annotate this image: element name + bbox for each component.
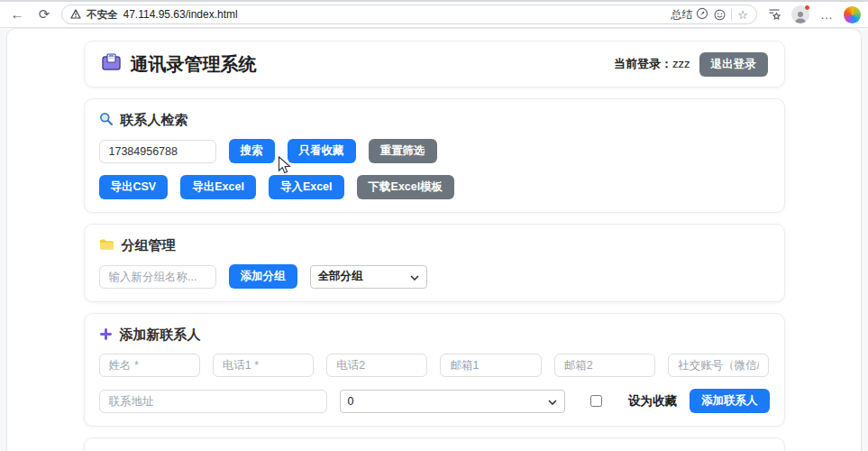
login-area: 当前登录：zzz 退出登录 <box>614 52 768 77</box>
current-login-text: 当前登录：zzz <box>614 56 690 72</box>
page-title: 通讯录管理系统 <box>131 52 257 77</box>
add-contact-button[interactable]: 添加联系人 <box>690 389 770 413</box>
email2-field[interactable] <box>554 354 655 377</box>
login-label: 当前登录： <box>614 57 672 70</box>
app-header-card: 通讯录管理系统 当前登录：zzz 退出登录 <box>84 41 785 87</box>
browser-toolbar: ← ⟳ 不安全 47.114.95.63/index.html 总结 <box>0 2 868 28</box>
search-icon <box>99 112 114 129</box>
app-title-row: 通讯录管理系统 <box>101 51 257 77</box>
chevron-down-icon <box>548 395 557 408</box>
web-page: 通讯录管理系统 当前登录：zzz 退出登录 联系人检索 搜索 只看收藏 重置筛选… <box>6 28 862 451</box>
add-group-button[interactable]: 添加分组 <box>229 264 297 289</box>
contact-submit-row: 0 设为收藏 添加联系人 <box>99 389 770 413</box>
phone2-field[interactable] <box>326 354 427 377</box>
name-field[interactable] <box>99 354 200 377</box>
group-filter-select[interactable]: 全部分组 <box>310 265 427 289</box>
back-button[interactable]: ← <box>7 5 27 24</box>
summarize-icon <box>696 7 708 23</box>
new-group-input[interactable] <box>99 265 216 289</box>
search-row: 搜索 只看收藏 重置筛选 <box>99 139 770 163</box>
chevron-down-icon <box>410 271 419 283</box>
contact-group-select[interactable]: 0 <box>340 390 565 413</box>
copilot-icon[interactable] <box>844 6 861 23</box>
login-username: zzz <box>672 57 690 70</box>
collections-icon[interactable] <box>764 5 784 24</box>
more-menu-button[interactable]: … <box>817 5 836 24</box>
group-section-heading: 分组管理 <box>99 237 770 254</box>
search-button[interactable]: 搜索 <box>229 139 275 163</box>
card-index-icon <box>101 51 122 77</box>
notification-dot <box>804 5 810 11</box>
add-contact-heading-label: 添加新联系人 <box>120 327 201 344</box>
refresh-button[interactable]: ⟳ <box>34 5 54 24</box>
contact-group-value: 0 <box>348 395 354 408</box>
plus-icon <box>99 327 113 344</box>
reset-filter-button[interactable]: 重置筛选 <box>369 139 437 163</box>
contact-search-card: 联系人检索 搜索 只看收藏 重置筛选 导出CSV 导出Excel 导入Excel… <box>84 98 785 213</box>
group-management-card: 分组管理 添加分组 全部分组 <box>84 224 785 302</box>
add-contact-card: 添加新联系人 0 设为收藏 添加联系人 <box>84 313 785 427</box>
security-warning-icon <box>70 6 81 23</box>
feedback-smiley-icon[interactable] <box>714 9 726 21</box>
group-heading-label: 分组管理 <box>122 237 176 254</box>
main-content: 通讯录管理系统 当前登录：zzz 退出登录 联系人检索 搜索 只看收藏 重置筛选… <box>84 29 785 451</box>
logout-button[interactable]: 退出登录 <box>699 52 768 77</box>
export-excel-button[interactable]: 导出Excel <box>180 175 256 199</box>
social-account-field[interactable] <box>668 354 769 377</box>
summarize-extension-button[interactable]: 总结 <box>671 7 708 23</box>
pill-separator <box>731 9 732 21</box>
browser-viewport: 通讯录管理系统 当前登录：zzz 退出登录 联系人检索 搜索 只看收藏 重置筛选… <box>0 28 868 451</box>
search-input[interactable] <box>99 140 216 163</box>
favorite-label: 设为收藏 <box>628 393 677 410</box>
security-label[interactable]: 不安全 <box>87 8 118 22</box>
email1-field[interactable] <box>440 354 541 377</box>
add-contact-heading: 添加新联系人 <box>99 327 770 344</box>
group-row: 添加分组 全部分组 <box>99 264 770 289</box>
phone1-field[interactable] <box>213 354 314 377</box>
import-export-row: 导出CSV 导出Excel 导入Excel 下载Excel模板 <box>99 175 770 199</box>
import-excel-button[interactable]: 导入Excel <box>269 175 344 199</box>
search-section-heading: 联系人检索 <box>99 112 770 129</box>
summarize-label: 总结 <box>671 7 692 23</box>
address-field[interactable] <box>99 390 327 413</box>
profile-avatar[interactable] <box>791 5 809 23</box>
address-bar[interactable]: 不安全 47.114.95.63/index.html 总结 ☆ <box>61 5 757 24</box>
favorites-only-button[interactable]: 只看收藏 <box>288 139 356 163</box>
group-filter-value: 全部分组 <box>318 269 363 284</box>
folder-icon <box>99 238 114 253</box>
export-csv-button[interactable]: 导出CSV <box>99 175 169 199</box>
url-text[interactable]: 47.114.95.63/index.html <box>123 8 238 21</box>
download-template-button[interactable]: 下载Excel模板 <box>357 175 455 199</box>
contact-fields-row <box>99 354 770 377</box>
search-heading-label: 联系人检索 <box>121 112 188 129</box>
favorite-checkbox[interactable] <box>590 395 602 407</box>
contact-list-card: 联系人列表 <box>84 437 785 451</box>
bookmark-star-icon[interactable]: ☆ <box>737 9 748 21</box>
